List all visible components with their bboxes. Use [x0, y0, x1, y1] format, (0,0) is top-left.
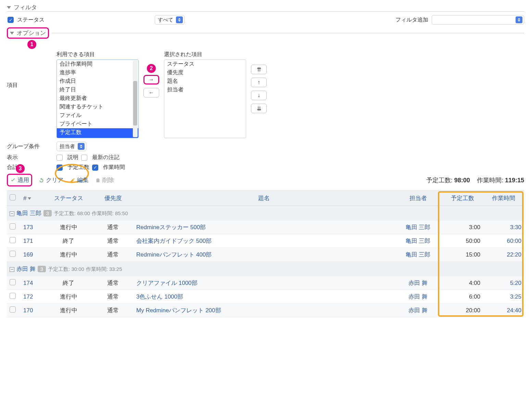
- show-last-note-checkbox[interactable]: [81, 155, 87, 161]
- issue-id[interactable]: 169: [21, 248, 45, 262]
- group-count: 3: [38, 266, 46, 272]
- issue-id[interactable]: 171: [21, 234, 45, 248]
- selected-option[interactable]: 題名: [164, 77, 246, 86]
- collapse-icon: [10, 32, 14, 35]
- show-description-checkbox[interactable]: [56, 155, 63, 161]
- issue-subject[interactable]: 3色ふせん 1000部: [134, 290, 394, 304]
- apply-button[interactable]: 適用: [7, 174, 32, 186]
- available-option[interactable]: 終了日: [57, 86, 138, 94]
- issue-subject[interactable]: Redmineステッカー 500部: [134, 221, 394, 234]
- issue-assignee[interactable]: 赤田 舞: [394, 304, 442, 317]
- select-all-checkbox[interactable]: [10, 194, 16, 200]
- col-spent[interactable]: 作業時間: [483, 191, 524, 206]
- available-option[interactable]: 合計作業時間: [57, 60, 138, 68]
- options-title[interactable]: オプション: [17, 29, 46, 37]
- issue-subject[interactable]: クリアファイル 1000部: [134, 276, 394, 290]
- add-filter-select[interactable]: [432, 15, 524, 25]
- issue-est: 6:00: [442, 290, 483, 304]
- issue-id[interactable]: 170: [21, 304, 45, 317]
- group-spent: 作業時間: 33:25: [86, 266, 122, 272]
- col-priority[interactable]: 優先度: [92, 191, 134, 206]
- clear-label: クリア: [46, 176, 63, 184]
- status-select[interactable]: すべて: [155, 15, 185, 25]
- issue-spent[interactable]: 3:30: [483, 221, 524, 234]
- show-label: 表示: [7, 154, 56, 161]
- issue-spent[interactable]: 60:00: [483, 234, 524, 248]
- issues-table: # ステータス 優先度 題名 担当者 予定工数 作業時間 −亀田 三郎3予定工数…: [7, 191, 524, 317]
- row-checkbox[interactable]: [10, 306, 16, 313]
- available-option[interactable]: ファイル: [57, 111, 138, 120]
- issue-assignee[interactable]: 亀田 三郎: [394, 234, 442, 248]
- pencil-icon: [69, 177, 76, 183]
- issue-assignee[interactable]: 亀田 三郎: [394, 248, 442, 262]
- edit-button[interactable]: 編集: [69, 176, 89, 184]
- issue-spent[interactable]: 22:20: [483, 248, 524, 262]
- col-est[interactable]: 予定工数: [442, 191, 483, 206]
- col-assignee[interactable]: 担当者: [394, 191, 442, 206]
- delete-button[interactable]: 削除: [95, 176, 114, 184]
- move-bottom-button[interactable]: ⇊: [251, 104, 267, 113]
- issue-spent[interactable]: 3:25: [483, 290, 524, 304]
- row-checkbox[interactable]: [10, 293, 16, 299]
- selected-option[interactable]: 担当者: [164, 86, 246, 94]
- available-option[interactable]: 最終更新者: [57, 94, 138, 103]
- status-filter-label: ステータス: [17, 17, 45, 23]
- selected-columns-listbox[interactable]: ステータス優先度題名担当者: [164, 60, 246, 138]
- available-option[interactable]: 予定工数: [57, 128, 138, 137]
- issue-status: 進行中: [45, 290, 92, 304]
- row-checkbox[interactable]: [10, 251, 16, 257]
- selected-option[interactable]: ステータス: [164, 60, 246, 68]
- available-option[interactable]: 作成日: [57, 77, 138, 86]
- move-left-button[interactable]: ←: [143, 88, 159, 97]
- move-up-button[interactable]: ↑: [251, 78, 267, 87]
- totals-est-checkbox[interactable]: ✓: [56, 165, 63, 171]
- group-by-select[interactable]: 担当者: [56, 142, 86, 151]
- col-id[interactable]: #: [21, 191, 45, 206]
- issue-spent[interactable]: 24:40: [483, 304, 524, 317]
- scrollbar-thumb[interactable]: [133, 81, 137, 126]
- available-option[interactable]: 進捗率: [57, 68, 138, 77]
- selected-option[interactable]: 優先度: [164, 68, 246, 77]
- collapse-group-icon[interactable]: −: [10, 267, 14, 272]
- issue-id[interactable]: 174: [21, 276, 45, 290]
- scrollbar[interactable]: [133, 61, 138, 137]
- issue-spent[interactable]: 5:20: [483, 276, 524, 290]
- col-status[interactable]: ステータス: [45, 191, 92, 206]
- group-name[interactable]: 赤田 舞: [16, 266, 36, 272]
- group-by-value: 担当者: [60, 143, 75, 150]
- available-columns-label: 利用できる項目: [56, 51, 139, 58]
- clear-button[interactable]: クリア: [38, 176, 63, 184]
- col-subject[interactable]: 題名: [134, 191, 394, 206]
- move-top-button[interactable]: ⇈: [251, 65, 267, 74]
- issue-subject[interactable]: Redmineパンフレット 400部: [134, 248, 394, 262]
- issue-priority: 通常: [92, 290, 134, 304]
- issue-id[interactable]: 173: [21, 221, 45, 234]
- status-checkbox[interactable]: ✓: [8, 17, 14, 23]
- group-by-label: グループ条件: [7, 143, 56, 150]
- issue-assignee[interactable]: 亀田 三郎: [394, 221, 442, 234]
- select-arrow-icon: [516, 16, 522, 23]
- row-checkbox[interactable]: [10, 237, 16, 243]
- filters-header[interactable]: フィルタ: [7, 3, 524, 12]
- available-option[interactable]: 関連するチケット: [57, 103, 138, 111]
- issue-id[interactable]: 172: [21, 290, 45, 304]
- available-columns-listbox[interactable]: 合計作業時間進捗率作成日終了日最終更新者関連するチケットファイルプライベート予定…: [56, 60, 139, 138]
- group-est: 予定工数: 68:00: [54, 210, 90, 216]
- trash-icon: [95, 177, 101, 183]
- totals-spent-checkbox[interactable]: ✓: [92, 165, 98, 171]
- issue-est: 50:00: [442, 234, 483, 248]
- issue-priority: 通常: [92, 304, 134, 317]
- issue-assignee[interactable]: 赤田 舞: [394, 290, 442, 304]
- group-name[interactable]: 亀田 三郎: [16, 210, 41, 216]
- move-right-button[interactable]: →: [143, 75, 159, 84]
- issue-subject[interactable]: 会社案内ガイドブック 500部: [134, 234, 394, 248]
- available-option[interactable]: プライベート: [57, 120, 138, 128]
- available-option[interactable]: 作業時間: [57, 137, 138, 138]
- row-checkbox[interactable]: [10, 279, 16, 285]
- issue-subject[interactable]: My Redmineパンフレット 200部: [134, 304, 394, 317]
- collapse-group-icon[interactable]: −: [10, 211, 14, 216]
- move-down-button[interactable]: ↓: [251, 91, 267, 100]
- annotation-badge-1: 1: [27, 40, 36, 49]
- issue-assignee[interactable]: 赤田 舞: [394, 276, 442, 290]
- row-checkbox[interactable]: [10, 223, 16, 229]
